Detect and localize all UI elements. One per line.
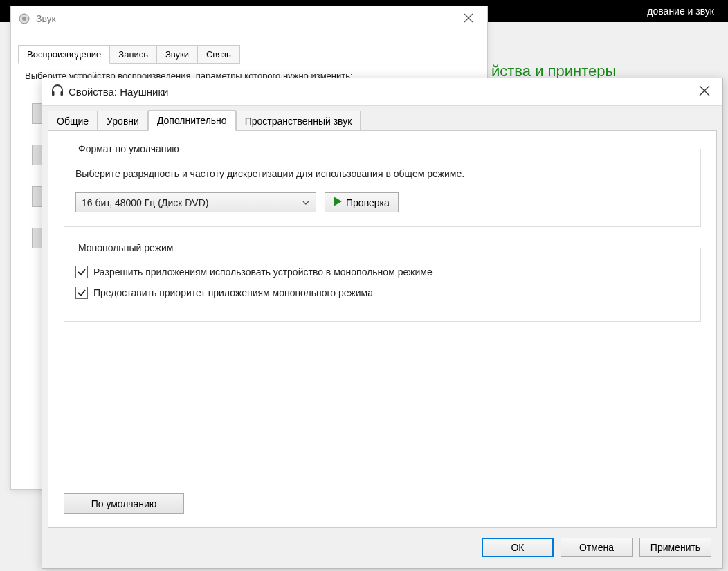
apply-button[interactable]: Применить [639,538,711,557]
advanced-tab-content: Формат по умолчанию Выберите разрядность… [48,130,717,528]
chevron-down-icon [302,198,310,209]
svg-rect-4 [52,91,55,96]
test-button-label: Проверка [346,197,390,208]
properties-titlebar: Свойства: Наушники [42,78,722,106]
svg-point-1 [22,17,26,21]
properties-dialog: Свойства: Наушники Общие Уровни Дополнит… [42,78,723,569]
sound-icon [18,12,30,25]
breadcrumb-partial: дование и звук [647,6,714,17]
tab-levels[interactable]: Уровни [98,111,148,132]
exclusive-priority-label: Предоставить приоритет приложениям моноп… [93,287,373,298]
sound-title: Звук [36,13,457,24]
svg-marker-8 [334,197,342,206]
tab-playback[interactable]: Воспроизведение [18,45,110,64]
properties-title: Свойства: Наушники [69,86,695,98]
restore-defaults-button[interactable]: По умолчанию [64,493,184,514]
tab-communications[interactable]: Связь [197,45,240,64]
default-format-legend: Формат по умолчанию [75,143,182,154]
exclusive-mode-group: Монопольный режим Разрешить приложениям … [64,242,701,322]
format-selected-value: 16 бит, 48000 Гц (Диск DVD) [82,197,208,208]
allow-exclusive-checkbox[interactable] [75,266,88,278]
sound-close-button[interactable] [457,10,480,28]
play-icon [334,197,342,208]
sound-tabs: Воспроизведение Запись Звуки Связь [18,45,487,64]
tab-advanced[interactable]: Дополнительно [148,110,236,131]
format-dropdown[interactable]: 16 бит, 48000 Гц (Диск DVD) [75,192,316,212]
test-button[interactable]: Проверка [325,192,399,212]
exclusive-mode-legend: Монопольный режим [75,242,176,253]
dialog-button-row: ОК Отмена Применить [482,538,711,557]
default-format-description: Выберите разрядность и частоту дискретиз… [75,167,689,181]
sound-titlebar: Звук [11,6,487,31]
properties-tabs: Общие Уровни Дополнительно Пространствен… [42,106,722,130]
properties-body: Общие Уровни Дополнительно Пространствен… [42,106,722,568]
tab-general[interactable]: Общие [48,111,98,132]
ok-button[interactable]: ОК [482,538,554,557]
exclusive-priority-checkbox[interactable] [75,287,88,299]
cancel-button[interactable]: Отмена [561,538,633,557]
default-format-group: Формат по умолчанию Выберите разрядность… [64,143,701,227]
svg-rect-5 [61,91,64,96]
tab-recording[interactable]: Запись [109,45,157,64]
properties-close-button[interactable] [695,82,714,101]
tab-spatial-sound[interactable]: Пространственный звук [236,111,361,132]
headphones-icon [51,84,64,100]
tab-sounds[interactable]: Звуки [156,45,198,64]
allow-exclusive-label: Разрешить приложениям использовать устро… [93,266,433,278]
